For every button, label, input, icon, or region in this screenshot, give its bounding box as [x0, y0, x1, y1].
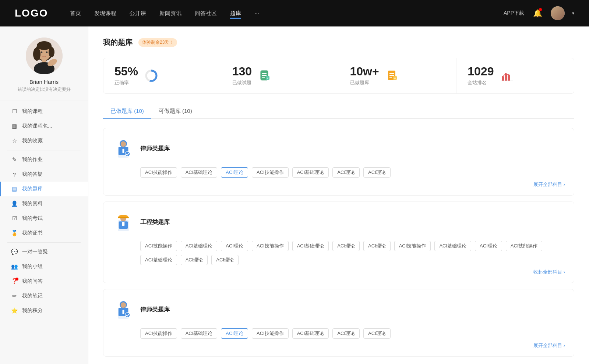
bank-collapse-btn[interactable]: 收起全部科目 ›	[112, 269, 565, 275]
unread-dot	[15, 278, 18, 281]
sidebar-item-points[interactable]: ⭐ 我的积分	[0, 303, 88, 318]
nav-item-open-course[interactable]: 公开课	[130, 10, 146, 17]
bank-expand-btn[interactable]: 展开全部科目 ›	[112, 181, 565, 188]
list-icon: ▤	[11, 186, 18, 192]
star-filled-icon: ⭐	[11, 307, 18, 314]
checkbox-icon: ☑	[11, 215, 18, 222]
stat-rank-value: 1029	[468, 65, 494, 77]
bank-tag[interactable]: ACI理论	[332, 167, 360, 178]
app-download-link[interactable]: APP下载	[504, 10, 524, 17]
pencil-icon: ✏	[11, 293, 18, 299]
stat-accuracy-value: 55%	[114, 65, 138, 77]
sidebar-item-my-group[interactable]: 👥 我的小组	[0, 259, 88, 274]
chevron-down-icon[interactable]: ▾	[572, 11, 574, 16]
sidebar-item-qa-my[interactable]: ? 我的答疑	[0, 167, 88, 182]
sidebar-item-1on1-qa[interactable]: 💬 一对一答疑	[0, 245, 88, 259]
sidebar-item-exam[interactable]: ☑ 我的考试	[0, 211, 88, 226]
bank-tag[interactable]: ACI基础理论	[140, 255, 177, 265]
avatar[interactable]	[551, 6, 565, 20]
svg-point-10	[46, 51, 47, 53]
bank-tag[interactable]: ACI技能操作	[140, 328, 177, 339]
star-icon: ☆	[11, 138, 18, 144]
svg-point-30	[502, 76, 504, 77]
bank-tag[interactable]: ACI理论	[221, 241, 248, 251]
nav-menu: 首页 发现课程 公开课 新闻资讯 问答社区 题库 ···	[70, 10, 504, 17]
medal-icon: 🏅	[11, 230, 18, 236]
bank-tag[interactable]: ACI基础理论	[181, 328, 218, 339]
sidebar-item-my-data[interactable]: 👤 我的资料	[0, 196, 88, 211]
user-icon: 👤	[11, 200, 18, 207]
logo[interactable]: LOGO	[15, 7, 48, 19]
sidebar-item-my-questions[interactable]: ❓ 我的问答	[0, 274, 88, 289]
page-header: 我的题库 体验剩余23天！	[103, 38, 574, 47]
doc-icon-green: ≡	[259, 70, 271, 82]
bank-tag[interactable]: ACI基础理论	[292, 328, 329, 339]
bank-tag[interactable]: ACI基础理论	[181, 241, 218, 251]
stat-banks-label: 已做题库	[350, 79, 379, 86]
bank-tag-active[interactable]: ACI理论	[221, 167, 248, 178]
stat-done-value: 130	[232, 65, 252, 77]
stats-row: 55% 正确率 130 已做试题	[103, 58, 574, 94]
main-content: 我的题库 体验剩余23天！ 55% 正确率	[88, 26, 589, 364]
nav-item-discover[interactable]: 发现课程	[94, 10, 116, 17]
stat-rank: 1029 全站排名	[456, 58, 574, 93]
sidebar-item-course-package[interactable]: ▦ 我的课程包...	[0, 119, 88, 133]
page-title: 我的题库	[103, 38, 133, 47]
chart-red-icon	[500, 68, 514, 83]
nav-item-home[interactable]: 首页	[70, 10, 81, 17]
bank-tag-active-2[interactable]: ACI理论	[221, 328, 248, 339]
engineer-icon	[113, 212, 134, 232]
bank-tag[interactable]: ACI理论	[332, 241, 360, 251]
bank-tag[interactable]: ACI技能操作	[506, 241, 543, 251]
edit-icon: ✎	[11, 156, 18, 163]
profile-motto: 错误的决定比没有决定要好	[18, 86, 71, 93]
nav-item-qa[interactable]: 问答社区	[195, 10, 217, 17]
bank-tags-1: ACI技能操作 ACI基础理论 ACI理论 ACI技能操作 ACI基础理论 AC…	[112, 167, 565, 178]
nav-item-questionbank[interactable]: 题库	[230, 10, 241, 17]
bank-tag[interactable]: ACI技能操作	[252, 241, 289, 251]
nav-item-news[interactable]: 新闻资讯	[159, 10, 181, 17]
bank-tag[interactable]: ACI理论	[332, 328, 360, 339]
bank-tag[interactable]: ACI理论	[363, 241, 391, 251]
bank-tag[interactable]: ACI技能操作	[394, 241, 431, 251]
bank-tag[interactable]: ACI理论	[181, 255, 208, 265]
notification-bell[interactable]: 🔔	[532, 7, 543, 19]
bank-tag[interactable]: ACI理论	[363, 328, 391, 339]
profile-avatar[interactable]	[26, 38, 63, 74]
sidebar-profile: Brian Harris 错误的决定比没有决定要好	[0, 38, 88, 100]
grid-icon: ▦	[11, 123, 18, 129]
navbar-right: APP下载 🔔 ▾	[504, 6, 574, 20]
sidebar-item-certificate[interactable]: 🏅 我的证书	[0, 226, 88, 240]
sidebar-item-label: 我的答疑	[22, 171, 43, 178]
sidebar-item-label: 我的作业	[22, 156, 43, 163]
sidebar-menu: ☐ 我的课程 ▦ 我的课程包... ☆ 我的收藏 ✎ 我的作业 ? 我的答疑 ▤	[0, 100, 88, 322]
sidebar-item-my-course[interactable]: ☐ 我的课程	[0, 104, 88, 119]
tab-done-banks[interactable]: 已做题库 (10)	[103, 104, 151, 118]
svg-rect-51	[123, 310, 124, 314]
bank-tag[interactable]: ACI基础理论	[181, 167, 218, 178]
bank-tag[interactable]: ACI基础理论	[292, 241, 329, 251]
bank-tag[interactable]: ACI理论	[475, 241, 502, 251]
sidebar-item-favorites[interactable]: ☆ 我的收藏	[0, 133, 88, 148]
sidebar-item-homework[interactable]: ✎ 我的作业	[0, 152, 88, 167]
bank-tag[interactable]: ACI理论	[211, 255, 239, 265]
svg-text:≡: ≡	[394, 77, 396, 80]
sidebar-item-question-bank[interactable]: ▤ 我的题库	[0, 182, 88, 196]
nav-item-more[interactable]: ···	[254, 10, 259, 17]
bank-tag[interactable]: ACI基础理论	[434, 241, 471, 251]
sidebar-item-label: 我的考试	[22, 215, 43, 222]
bank-tag[interactable]: ACI技能操作	[252, 167, 289, 178]
bank-tag[interactable]: ACI技能操作	[252, 328, 289, 339]
bank-tag[interactable]: ACI基础理论	[292, 167, 329, 178]
sidebar-item-label: 我的题库	[22, 186, 43, 192]
tab-available-banks[interactable]: 可做题库 (10)	[151, 104, 200, 118]
sidebar-item-label: 我的资料	[22, 200, 43, 207]
bank-tag[interactable]: ACI技能操作	[140, 167, 177, 178]
bank-tag[interactable]: ACI技能操作	[140, 241, 177, 251]
bank-tag[interactable]: ACI理论	[363, 167, 391, 178]
bank-expand-btn-2[interactable]: 展开全部科目 ›	[112, 342, 565, 349]
sidebar-item-label: 我的证书	[22, 230, 43, 236]
sidebar-item-notes[interactable]: ✏ 我的笔记	[0, 289, 88, 303]
bank-item-lawyer-2: 律师类题库 ACI技能操作 ACI基础理论 ACI理论 ACI技能操作 ACI基…	[103, 289, 574, 357]
chat-icon: 💬	[11, 249, 18, 255]
